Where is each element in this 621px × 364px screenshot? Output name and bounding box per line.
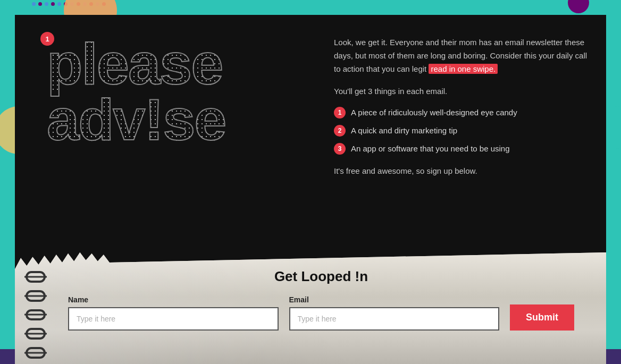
list-item-1-text: A piece of ridiculously well-designed ey…: [351, 106, 517, 119]
email-group: Email: [289, 295, 500, 331]
list-badge-2: 2: [334, 125, 346, 137]
form-area-wrapper: Get Looped !n Name Email Submit: [15, 252, 606, 364]
free-text: It's free and awesome, so sign up below.: [334, 165, 590, 177]
list-badge-3: 3: [334, 143, 346, 155]
spiral-ring: [26, 290, 46, 302]
three-things-text: You'll get 3 things in each email.: [334, 85, 590, 98]
name-label: Name: [68, 295, 279, 304]
big-title-line1: please: [47, 36, 302, 92]
title-badge: 1: [40, 32, 54, 46]
features-list: 1 A piece of ridiculously well-designed …: [334, 106, 590, 155]
list-badge-1: 1: [334, 107, 346, 118]
name-group: Name: [68, 295, 279, 331]
list-item-2-text: A quick and dirty marketing tip: [351, 124, 457, 137]
teal-pill: [609, 106, 621, 149]
submit-button[interactable]: Submit: [510, 304, 574, 331]
intro-text: Look, we get it. Everyone and their mom …: [334, 36, 590, 75]
spiral-ring: [26, 347, 46, 359]
outer-frame: 1 please adv!se Look, we get it. Everyon…: [0, 0, 621, 364]
title-container: 1 please adv!se: [47, 36, 302, 147]
list-item: 1 A piece of ridiculously well-designed …: [334, 106, 590, 119]
spiral-ring: [26, 328, 46, 340]
spiral-binding: [26, 263, 57, 359]
email-label: Email: [289, 295, 500, 304]
list-item: 3 An app or software that you need to be…: [334, 142, 590, 155]
spiral-ring: [26, 309, 46, 321]
intro-highlight: read in one swipe.: [429, 64, 498, 74]
list-item: 2 A quick and dirty marketing tip: [334, 124, 590, 137]
spiral-ring: [26, 271, 46, 283]
form-paper: Get Looped !n Name Email Submit: [15, 252, 606, 364]
email-input[interactable]: [289, 307, 500, 331]
name-input[interactable]: [68, 307, 279, 331]
form-title: Get Looped !n: [68, 268, 574, 285]
border-right: [606, 15, 621, 349]
form-row: Name Email Submit: [68, 295, 574, 331]
list-item-3-text: An app or software that you need to be u…: [351, 142, 510, 155]
big-title-line2: adv!se: [47, 92, 302, 148]
border-left: [0, 15, 15, 349]
